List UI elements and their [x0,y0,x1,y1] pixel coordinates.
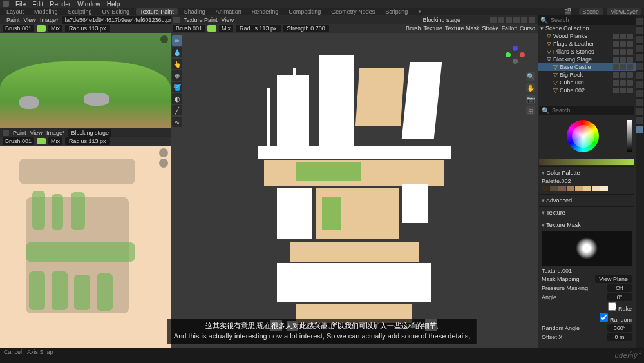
tab-rendering[interactable]: Rendering [248,8,283,15]
tab-texture-paint[interactable]: Texture Paint [136,8,178,15]
texture-tab-icon[interactable] [636,126,643,133]
object-mode-selector[interactable]: Blocking stage [422,17,460,23]
3d-viewport[interactable]: ✏ 💧 👆 ⊕ 🪣 ◐ ╱ ∿ [171,33,538,348]
mode-texture-paint[interactable]: Texture Paint [184,17,218,23]
perspective-icon[interactable]: ⊞ [526,106,535,115]
palette-swatch[interactable] [567,186,574,191]
data-tab-icon[interactable] [636,108,643,115]
disable-icon[interactable] [627,88,633,93]
particle-tab-icon[interactable] [636,81,643,88]
outliner-search-input[interactable] [551,17,633,23]
advanced-header[interactable]: Advanced [542,196,632,205]
object-tab-icon[interactable] [636,63,643,70]
color-palette-header[interactable]: Color Palette [542,168,632,177]
texture-name[interactable]: Texture.001 [542,268,572,274]
shading-rendered-icon[interactable] [529,17,535,23]
zoom-icon[interactable] [160,35,168,43]
eye-icon[interactable] [613,41,619,47]
disable-icon[interactable] [627,80,633,86]
outliner-item[interactable]: ▽Pillars & Stones [538,48,636,55]
eye-icon[interactable] [613,49,619,55]
shading-material-icon[interactable] [521,17,527,23]
select-icon[interactable] [620,41,626,47]
color-wheel[interactable] [567,120,599,152]
properties-search-input[interactable] [552,107,632,113]
outliner-item[interactable]: ▽Base Castle [538,63,636,71]
tab-animation[interactable]: Animation [212,8,245,15]
navigation-gizmo[interactable] [506,46,525,65]
palette-swatch[interactable] [558,186,566,191]
value-slider[interactable] [627,120,632,152]
mask-mapping-value[interactable]: View Plane [595,275,632,283]
shading-wireframe-icon[interactable] [506,17,512,23]
viewlayer-selector[interactable]: ViewLayer [607,8,641,15]
paint-menu[interactable]: Paint [6,17,20,23]
select-icon[interactable] [620,49,626,55]
shading-solid-icon[interactable] [513,17,520,23]
brush-color[interactable] [37,138,46,144]
status-cancel[interactable]: Cancel [4,349,22,355]
tab-uv-editing[interactable]: UV Editing [99,8,134,15]
select-icon[interactable] [620,88,626,93]
disable-icon[interactable] [627,34,633,39]
fill-tool-icon[interactable]: 🪣 [172,82,182,92]
radius-field[interactable]: Radius 113 px [65,137,110,145]
flip-icon[interactable] [159,148,168,157]
menu-edit[interactable]: Edit [32,1,43,8]
render-tab-icon[interactable] [636,18,643,25]
eye-icon[interactable] [613,80,619,86]
tab-layout[interactable]: Layout [3,8,28,15]
palette-swatch[interactable] [542,186,549,191]
texture-mask-header[interactable]: Texture Mask [542,221,632,230]
editor-type-icon[interactable] [3,130,9,136]
curve-tool-icon[interactable]: ∿ [172,117,182,127]
eye-icon[interactable] [613,72,619,78]
palette-swatch[interactable] [592,186,600,191]
select-icon[interactable] [620,80,626,86]
paint-menu[interactable]: Paint [13,130,26,136]
image-menu[interactable]: Image* [46,130,65,136]
eye-icon[interactable] [613,64,619,70]
tab-geometry-nodes[interactable]: Geometry Nodes [327,8,379,15]
current-color-bar[interactable] [539,159,634,165]
rake-checkbox[interactable]: Rake [608,302,632,312]
menu-file[interactable]: File [15,1,26,8]
stroke-dropdown[interactable]: Stroke [482,25,499,32]
modifier-tab-icon[interactable] [636,72,643,79]
scene-tab-icon[interactable] [636,45,643,52]
palette-swatch[interactable] [600,186,608,191]
palette-name[interactable]: Palette.002 [542,178,571,184]
brush-color[interactable] [37,25,46,32]
tab-scripting[interactable]: Scripting [381,8,412,15]
select-icon[interactable] [620,57,626,63]
tab-sculpting[interactable]: Sculpting [64,8,96,15]
tab-modeling[interactable]: Modeling [30,8,62,15]
gizmo-icon[interactable] [498,17,504,23]
preview-viewport[interactable] [0,33,171,128]
texture-dropdown[interactable]: Texture [424,25,443,32]
world-tab-icon[interactable] [636,54,643,61]
material-tab-icon[interactable] [636,117,643,124]
texture-header[interactable]: Texture [542,208,632,217]
blender-icon[interactable] [3,1,9,7]
texture-preview[interactable] [542,231,632,266]
angle-value[interactable]: 0° [607,293,632,301]
editor-type-icon[interactable] [173,17,180,23]
eye-icon[interactable] [613,88,619,93]
draw-tool-icon[interactable]: ✏ [172,35,182,46]
view-menu[interactable]: View [30,130,43,136]
select-icon[interactable] [620,64,626,70]
eye-icon[interactable] [613,57,619,63]
disable-icon[interactable] [627,41,633,47]
palette-swatch[interactable] [583,186,591,191]
tab-compositing[interactable]: Compositing [285,8,325,15]
blend-mode[interactable]: Mix [48,137,62,145]
random-checkbox[interactable]: Random [600,313,632,323]
view-menu[interactable]: View [222,17,234,23]
pan-icon[interactable]: ✋ [526,83,535,92]
disable-icon[interactable] [627,57,633,63]
disable-icon[interactable] [627,49,633,55]
reset-icon[interactable] [159,159,168,168]
brush-selector[interactable]: Brush.001 [173,25,205,32]
outliner-item[interactable]: ▽Big Rock [538,71,636,79]
